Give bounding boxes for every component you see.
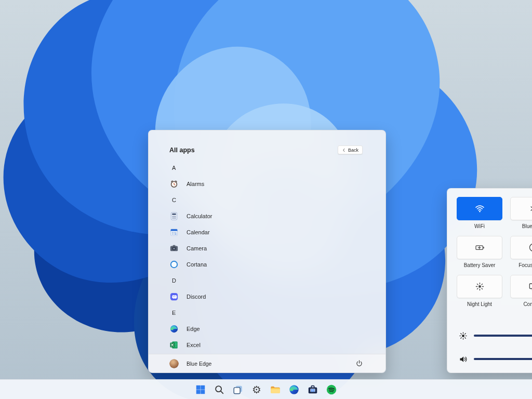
quick-setting-label: Battery Saver <box>457 262 502 268</box>
power-button[interactable] <box>353 358 365 369</box>
brightness-slider[interactable] <box>474 335 532 337</box>
all-apps-title: All apps <box>169 147 195 154</box>
quick-setting-label: Night Light <box>457 301 502 307</box>
quick-setting-label: Focus assist <box>510 262 532 268</box>
taskbar-task-view-button[interactable] <box>232 383 245 396</box>
calendar-icon <box>169 228 179 237</box>
app-label: Alarms <box>187 181 204 187</box>
letter-header-e[interactable]: E <box>161 304 373 321</box>
brightness-slider-row <box>459 329 532 342</box>
app-label: Calendar <box>187 229 210 235</box>
user-avatar-icon <box>169 359 179 368</box>
quick-setting-wifi: WiFi <box>457 197 502 229</box>
user-name: Blue Edge <box>187 361 211 367</box>
letter-header-d[interactable]: D <box>161 272 373 288</box>
search-icon <box>214 384 225 395</box>
chevron-left-icon <box>342 148 346 152</box>
focus-assist-toggle[interactable] <box>510 236 532 259</box>
wifi-toggle[interactable] <box>457 197 502 220</box>
quick-setting-bluetooth: Bluetooth <box>510 197 532 229</box>
taskbar: ⚙ <box>0 379 532 399</box>
quick-setting-focus-assist: Focus assist <box>510 236 532 268</box>
app-label: Edge <box>187 326 200 332</box>
quick-setting-battery-saver: Battery Saver <box>457 236 502 268</box>
quick-setting-label: WiFi <box>457 223 502 229</box>
quick-settings-grid: WiFiBluetoothBattery SaverFocus assistNi… <box>457 197 532 307</box>
battery-saver-icon <box>475 243 485 252</box>
taskbar-start-button[interactable] <box>194 383 207 396</box>
bluetooth-icon <box>528 204 532 214</box>
back-button[interactable]: Back <box>338 145 363 154</box>
spotify-icon <box>326 384 337 395</box>
taskbar-search-button[interactable] <box>213 383 226 396</box>
user-profile-button[interactable]: Blue Edge <box>169 359 211 368</box>
quick-settings-sliders <box>459 329 532 376</box>
taskbar-edge-button[interactable] <box>288 383 301 396</box>
connect-toggle[interactable] <box>510 275 532 298</box>
taskbar-store-button[interactable] <box>307 383 320 396</box>
taskbar-settings-button[interactable]: ⚙ <box>250 383 263 396</box>
app-label: Excel <box>187 342 201 348</box>
back-label: Back <box>348 148 358 153</box>
app-label: Calculator <box>187 213 212 219</box>
quick-settings-panel: WiFiBluetoothBattery SaverFocus assistNi… <box>447 188 532 373</box>
brightness-icon <box>459 331 468 340</box>
settings-icon: ⚙ <box>251 384 262 395</box>
start-icon <box>195 384 206 395</box>
start-menu-footer: Blue Edge <box>149 354 385 373</box>
app-item-calendar[interactable]: Calendar <box>161 224 373 240</box>
discord-icon <box>169 292 179 301</box>
store-icon <box>307 384 318 395</box>
taskbar-spotify-button[interactable] <box>325 383 338 396</box>
start-menu-all-apps-panel: All apps Back AAlarmsCCalculatorCalendar… <box>148 130 386 373</box>
quick-setting-label: Connect <box>510 301 532 307</box>
volume-slider-row <box>459 352 532 366</box>
task-view-icon <box>232 384 244 395</box>
app-item-edge[interactable]: Edge <box>161 321 373 337</box>
app-item-excel[interactable]: Excel <box>161 337 373 353</box>
edge-icon <box>288 384 300 395</box>
app-label: Discord <box>187 294 206 300</box>
quick-setting-night-light: Night Light <box>457 275 502 307</box>
wifi-icon <box>475 204 485 214</box>
letter-header-a[interactable]: A <box>161 159 373 176</box>
volume-slider[interactable] <box>474 358 532 360</box>
battery-saver-toggle[interactable] <box>457 236 502 259</box>
quick-setting-connect: Connect <box>510 275 532 307</box>
night-light-toggle[interactable] <box>457 275 502 298</box>
letter-header-c[interactable]: C <box>161 192 373 208</box>
taskbar-icons: ⚙ <box>194 383 338 396</box>
night-light-icon <box>475 282 485 291</box>
file-explorer-icon <box>270 384 281 395</box>
app-label: Camera <box>187 245 207 251</box>
all-apps-list: AAlarmsCCalculatorCalendarCameraCortanaD… <box>161 159 373 354</box>
taskbar-file-explorer-button[interactable] <box>269 383 282 396</box>
quick-setting-label: Bluetooth <box>510 223 532 229</box>
camera-icon <box>169 244 179 253</box>
edge-icon <box>169 324 179 334</box>
cortana-icon <box>169 260 179 269</box>
calculator-icon <box>169 211 179 221</box>
bluetooth-toggle[interactable] <box>510 197 532 220</box>
volume-icon <box>459 355 468 364</box>
app-item-cortana[interactable]: Cortana <box>161 256 373 272</box>
connect-icon <box>528 282 532 291</box>
app-item-alarms[interactable]: Alarms <box>161 176 373 192</box>
excel-icon <box>169 340 179 350</box>
app-item-camera[interactable]: Camera <box>161 240 373 256</box>
app-item-discord[interactable]: Discord <box>161 288 373 304</box>
app-item-calculator[interactable]: Calculator <box>161 208 373 224</box>
alarms-icon <box>169 179 179 189</box>
app-label: Cortana <box>187 261 207 268</box>
focus-assist-icon <box>528 243 532 252</box>
